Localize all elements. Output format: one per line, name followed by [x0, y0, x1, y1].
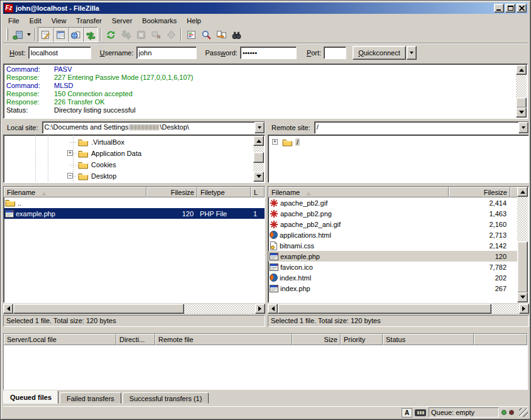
disconnect-button[interactable] [148, 27, 163, 42]
quickconnect-dropdown[interactable] [407, 46, 417, 60]
scroll-right-button[interactable] [255, 304, 265, 314]
resize-grip[interactable] [519, 408, 528, 417]
tree-item-application-data[interactable]: + Application Data [4, 148, 265, 159]
local-site-combobox[interactable]: C:\Documents and Settings\Desktop\ [42, 121, 265, 134]
scroll-up-button[interactable] [253, 136, 264, 146]
title-bar[interactable]: Fz john@localhost - FileZilla [3, 3, 528, 14]
remote-site-dropdown-button[interactable] [518, 122, 528, 133]
scroll-down-button[interactable] [516, 108, 527, 118]
column-header-filesize[interactable]: Filesize [449, 187, 510, 197]
refresh-button[interactable] [103, 27, 118, 42]
remote-file-row[interactable]: apache_pb2.png 1,463 [268, 208, 518, 219]
tree-item-virtualbox[interactable]: .VirtualBox [4, 136, 265, 148]
remote-list-vertical-scrollbar[interactable] [517, 187, 528, 302]
quickconnect-button[interactable]: Quickconnect [353, 46, 406, 60]
scroll-left-button[interactable] [3, 304, 13, 314]
expand-plus-icon[interactable]: + [67, 150, 73, 156]
menu-bookmarks[interactable]: Bookmarks [137, 16, 182, 26]
local-file-row-selected[interactable]: example.php 120 PHP File 1 [4, 208, 265, 219]
scroll-up-button[interactable] [517, 187, 528, 197]
tree-item-cookies[interactable]: Cookies [4, 159, 265, 170]
toggle-message-log-button[interactable] [38, 27, 53, 42]
site-manager-dropdown[interactable] [25, 27, 33, 42]
toggle-transfer-queue-button[interactable] [83, 27, 98, 42]
menu-transfer[interactable]: Transfer [71, 16, 107, 26]
queue-column-remote-file[interactable]: Remote file [155, 334, 292, 345]
tab-failed-transfers[interactable]: Failed transfers [60, 392, 121, 404]
menu-server[interactable]: Server [107, 16, 137, 26]
css-file-icon [270, 241, 278, 250]
remote-file-row[interactable]: apache_pb2_ani.gif 2,160 [268, 219, 518, 229]
queue-column-direction[interactable]: Directi... [116, 334, 155, 345]
filter-button[interactable] [183, 27, 199, 42]
tab-successful-transfers[interactable]: Successful transfers (1) [123, 392, 209, 404]
remote-file-row[interactable]: apache_pb2.gif 2,414 [268, 197, 518, 208]
file-search-button[interactable] [199, 27, 214, 42]
scroll-thumb[interactable] [516, 97, 527, 108]
host-input[interactable] [28, 47, 91, 59]
menu-file[interactable]: File [3, 16, 25, 26]
cancel-button[interactable] [133, 27, 148, 42]
tree-item-root[interactable]: + / [268, 136, 528, 148]
queue-column-priority[interactable]: Priority [341, 334, 383, 345]
toggle-local-tree-button[interactable] [53, 27, 68, 42]
remote-file-row[interactable]: bitnami.css 2,142 [268, 240, 518, 251]
scroll-left-button[interactable] [268, 304, 278, 314]
ascii-transfer-type-icon[interactable]: A [402, 408, 412, 417]
remote-file-row-selected[interactable]: example.php 120 [268, 251, 518, 262]
file-type: PHP File [197, 210, 251, 218]
queue-column-size[interactable]: Size [292, 334, 341, 345]
scroll-thumb[interactable] [517, 241, 528, 293]
scroll-thumb[interactable] [253, 152, 264, 163]
queue-column-status[interactable]: Status [383, 334, 474, 345]
scroll-thumb[interactable] [278, 304, 491, 314]
collapse-minus-icon[interactable]: − [67, 173, 73, 179]
column-label: Status [386, 336, 405, 343]
process-queue-button[interactable] [118, 27, 133, 42]
tree-item-desktop[interactable]: − Desktop [4, 170, 265, 182]
local-tree-vertical-scrollbar[interactable] [253, 136, 264, 182]
scroll-up-button[interactable] [516, 65, 527, 75]
queue-column-server-local-file[interactable]: Server/Local file [4, 334, 116, 345]
local-pane: Local site: C:\Documents and Settings\De… [3, 121, 265, 328]
menu-help[interactable]: Help [182, 16, 206, 26]
local-site-dropdown-button[interactable] [255, 122, 265, 133]
remote-file-row[interactable]: index.html 202 [268, 272, 518, 283]
remote-site-combobox[interactable]: / [314, 121, 529, 134]
speed-limit-badge-icon[interactable] [415, 409, 426, 416]
scroll-down-button[interactable] [517, 292, 528, 302]
maximize-button[interactable] [505, 4, 515, 13]
reconnect-icon [166, 30, 177, 40]
scroll-down-button[interactable] [253, 172, 264, 182]
local-horizontal-scrollbar[interactable] [3, 304, 265, 314]
menu-view[interactable]: View [47, 16, 72, 26]
close-button[interactable] [517, 4, 527, 13]
minimize-button[interactable] [494, 4, 504, 13]
menu-edit[interactable]: Edit [25, 16, 47, 26]
expand-plus-icon[interactable]: + [272, 139, 278, 145]
password-input[interactable] [240, 47, 297, 59]
column-header-filesize[interactable]: Filesize [146, 187, 197, 197]
toggle-remote-tree-button[interactable] [68, 27, 83, 42]
tab-queued-files[interactable]: Queued files [3, 390, 58, 404]
toolbar-grip[interactable] [6, 28, 8, 41]
folder-icon [78, 138, 89, 146]
username-input[interactable] [136, 47, 197, 59]
remote-file-row[interactable]: applications.html 2,713 [268, 229, 518, 240]
column-header-filename[interactable]: Filename [4, 187, 146, 197]
column-header-filename[interactable]: Filename [268, 187, 449, 197]
remote-horizontal-scrollbar[interactable] [268, 304, 529, 314]
scroll-right-button[interactable] [519, 304, 529, 314]
remote-file-row[interactable]: favicon.ico 7,782 [268, 262, 518, 272]
remote-file-row[interactable]: index.php 267 [268, 283, 518, 294]
column-header-filetype[interactable]: Filetype [197, 187, 251, 197]
local-file-row-parent[interactable]: .. [4, 197, 265, 208]
scroll-thumb[interactable] [13, 304, 184, 314]
column-header-last-modified[interactable]: L [251, 187, 265, 197]
site-manager-button[interactable] [10, 27, 25, 42]
directory-comparison-button[interactable] [214, 27, 229, 42]
log-vertical-scrollbar[interactable] [516, 65, 527, 118]
reconnect-button[interactable] [163, 27, 178, 42]
find-files-button[interactable] [229, 27, 244, 42]
port-input[interactable] [324, 47, 346, 59]
